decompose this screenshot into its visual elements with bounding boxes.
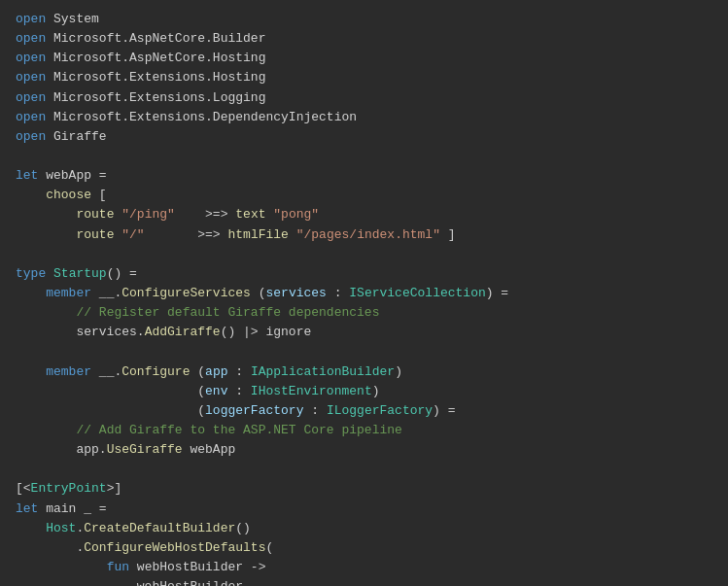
code-line-3: open Microsoft.AspNetCore.Hosting — [16, 49, 712, 68]
code-line-13 — [16, 245, 712, 264]
code-line-28: .ConfigureWebHostDefaults( — [16, 538, 712, 558]
code-line-17: services.AddGiraffe() |> ignore — [16, 323, 712, 342]
code-line-26: let main _ = — [16, 500, 712, 519]
code-line-27: Host.CreateDefaultBuilder() — [16, 519, 712, 538]
code-line-15: member __.ConfigureServices (services : … — [16, 284, 712, 303]
code-line-7: open Giraffe — [16, 127, 712, 147]
code-line-4: open Microsoft.Extensions.Hosting — [16, 68, 712, 87]
code-line-1: open System — [16, 10, 712, 29]
code-line-8 — [16, 147, 712, 166]
code-line-12: route "/" >=> htmlFile "/pages/index.htm… — [16, 225, 712, 245]
code-line-19: member __.Configure (app : IApplicationB… — [16, 362, 712, 382]
code-line-25: [<EntryPoint>] — [16, 479, 712, 499]
code-line-29: fun webHostBuilder -> — [16, 558, 712, 577]
code-line-22: // Add Giraffe to the ASP.NET Core pipel… — [16, 421, 712, 440]
code-line-16: // Register default Giraffe dependencies — [16, 303, 712, 323]
code-line-10: choose [ — [16, 186, 712, 205]
code-line-11: route "/ping" >=> text "pong" — [16, 205, 712, 224]
code-line-14: type Startup() = — [16, 264, 712, 284]
code-line-6: open Microsoft.Extensions.DependencyInje… — [16, 108, 712, 127]
code-line-24 — [16, 460, 712, 479]
code-line-9: let webApp = — [16, 166, 712, 186]
code-line-18 — [16, 342, 712, 362]
code-line-30: webHostBuilder — [16, 577, 712, 586]
code-editor: open System open Microsoft.AspNetCore.Bu… — [0, 0, 728, 586]
code-line-2: open Microsoft.AspNetCore.Builder — [16, 29, 712, 49]
code-line-20: (env : IHostEnvironment) — [16, 382, 712, 401]
code-line-23: app.UseGiraffe webApp — [16, 440, 712, 460]
code-line-21: (loggerFactory : ILoggerFactory) = — [16, 401, 712, 421]
code-line-5: open Microsoft.Extensions.Logging — [16, 88, 712, 108]
